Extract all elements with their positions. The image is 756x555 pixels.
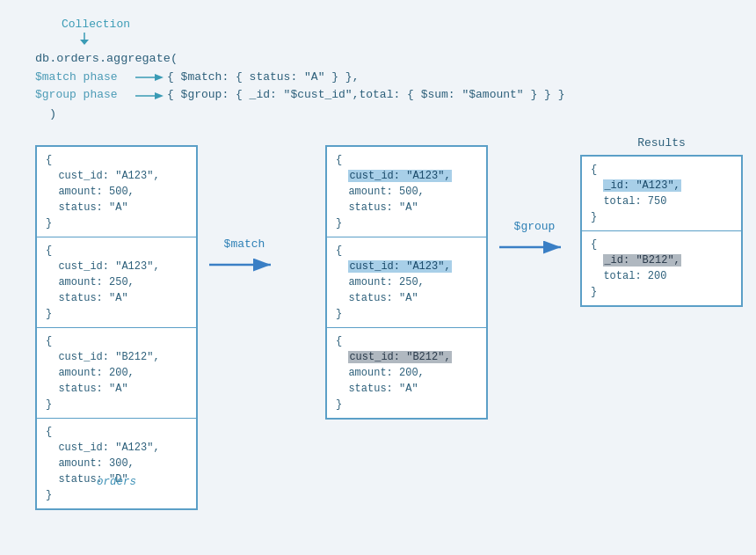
results-inner: { _id: "A123", total: 750 } { _id: "B212…: [580, 155, 743, 307]
match-phase-arrow-icon: [135, 72, 164, 83]
result1-total: total: 750: [603, 195, 666, 208]
group-big-arrow-icon: [499, 238, 570, 256]
group-phase-row: $group phase { $group: { _id: "$cust_id"…: [35, 86, 564, 105]
list-item: { cust_id: "B212", amount: 200, status: …: [326, 328, 487, 419]
collection-label: Collection: [62, 18, 130, 31]
group-phase-code: { $group: { _id: "$cust_id",total: { $su…: [167, 86, 564, 105]
doc1-line2: amount: 500,: [58, 186, 134, 198]
filtered-doc1-cust: cust_id: "A123",: [348, 170, 451, 182]
group-phase-label: $group phase: [35, 86, 132, 105]
group-arrow-container: $group: [499, 220, 570, 256]
result2-total: total: 200: [603, 270, 666, 282]
filtered-box: { cust_id: "A123", amount: 500, status: …: [325, 145, 488, 420]
closing-paren: ): [49, 105, 564, 124]
code-line1: db.orders.aggregate(: [35, 49, 564, 69]
code-section: Collection db.orders.aggregate( $match p…: [35, 18, 564, 124]
filtered-doc3-amount: amount: 200,: [348, 367, 424, 379]
filtered-doc3-status: status: "A": [348, 383, 418, 395]
svg-marker-5: [155, 92, 164, 99]
filtered-doc3-cust: cust_id: "B212",: [348, 351, 451, 363]
collection-down-arrow-icon: [79, 33, 90, 45]
list-item: { _id: "B212", total: 200 }: [581, 231, 742, 306]
doc1-line1: cust_id: "A123",: [58, 170, 159, 182]
collection-box: { cust_id: "A123", amount: 500, status: …: [35, 145, 198, 510]
result2-id: _id: "B212",: [603, 254, 680, 267]
match-stage-label: $match: [224, 237, 265, 251]
main-container: { "header": { "collection_label": "Colle…: [0, 0, 756, 555]
filtered-doc2-amount: amount: 250,: [348, 276, 424, 288]
right-arrow-icon-2: [135, 91, 164, 101]
doc1-line3: status: "A": [58, 201, 127, 214]
filtered-doc1-amount: amount: 500,: [348, 186, 424, 198]
list-item: { cust_id: "B212", amount: 200, status: …: [36, 328, 197, 419]
doc3-line3: status: "A": [58, 383, 127, 395]
list-item: { cust_id: "A123", amount: 500, status: …: [36, 146, 197, 237]
doc2-line1: cust_id: "A123",: [58, 260, 159, 273]
results-title: Results: [580, 136, 743, 150]
doc2-line3: status: "A": [58, 292, 127, 304]
match-arrow-container: $match: [209, 237, 280, 274]
filtered-doc1-status: status: "A": [348, 201, 418, 214]
list-item: { cust_id: "A123", amount: 250, status: …: [326, 237, 487, 328]
group-stage-label: $group: [514, 220, 556, 233]
match-big-arrow-icon: [209, 256, 280, 274]
collection-name: orders: [35, 476, 198, 488]
list-item: { cust_id: "A123", amount: 300, status: …: [36, 419, 197, 509]
doc3-line2: amount: 200,: [58, 367, 134, 379]
doc3-line1: cust_id: "B212",: [58, 351, 159, 363]
match-phase-code: { $match: { status: "A" } },: [167, 69, 359, 87]
match-phase-label: $match phase: [35, 69, 132, 87]
filtered-doc2-status: status: "A": [348, 292, 418, 304]
result1-id: _id: "A123",: [603, 179, 680, 192]
right-arrow-icon: [135, 72, 164, 83]
match-phase-row: $match phase { $match: { status: "A" } }…: [35, 69, 564, 87]
list-item: { cust_id: "A123", amount: 500, status: …: [326, 146, 487, 237]
svg-marker-3: [155, 74, 164, 81]
list-item: { _id: "A123", total: 750 }: [581, 156, 742, 231]
doc2-line2: amount: 250,: [58, 276, 134, 288]
results-box: Results { _id: "A123", total: 750 } { _i…: [580, 136, 743, 307]
filtered-doc2-cust: cust_id: "A123",: [348, 260, 451, 273]
boxes-area: { cust_id: "A123", amount: 500, status: …: [35, 136, 747, 529]
group-phase-arrow-icon: [135, 91, 164, 101]
svg-marker-1: [80, 40, 89, 45]
doc4-line1: cust_id: "A123",: [58, 442, 159, 454]
list-item: { cust_id: "A123", amount: 250, status: …: [36, 237, 197, 328]
doc4-line2: amount: 300,: [58, 457, 134, 470]
